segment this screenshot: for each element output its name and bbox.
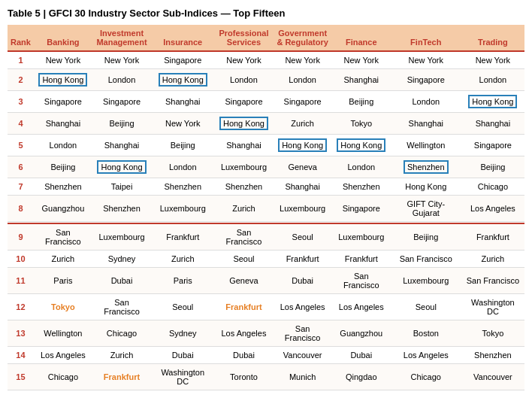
- cell-insurance: Singapore: [151, 51, 214, 69]
- highlighted-cell: Hong Kong: [38, 73, 87, 87]
- cell-banking: Singapore: [34, 91, 92, 113]
- cell-fintech: Seoul: [391, 293, 461, 320]
- cell-government: San Francisco: [274, 320, 332, 346]
- cell-investment: Zurich: [92, 346, 151, 363]
- orange-cell: Tokyo: [51, 302, 75, 311]
- cell-trading: Zurich: [461, 250, 524, 267]
- cell-trading: Frankfurt: [461, 223, 524, 251]
- cell-trading: Tokyo: [461, 320, 524, 346]
- cell-government: Munich: [274, 363, 332, 390]
- cell-trading: Singapore: [461, 135, 524, 156]
- cell-professional: Seoul: [214, 250, 273, 267]
- cell-finance: Shanghai: [332, 69, 391, 91]
- cell-rank: 13: [8, 320, 34, 346]
- cell-rank: 2: [8, 69, 34, 91]
- cell-insurance: Shenzhen: [151, 178, 214, 196]
- cell-government: Zurich: [274, 113, 332, 135]
- cell-fintech: Wellington: [391, 135, 461, 156]
- cell-finance: Luxembourg: [332, 223, 391, 251]
- cell-fintech: GIFT City-Gujarat: [391, 196, 461, 222]
- cell-banking: Chicago: [34, 363, 92, 390]
- table-body: 1New YorkNew YorkSingaporeNew YorkNew Yo…: [8, 51, 524, 390]
- cell-trading: San Francisco: [461, 267, 524, 293]
- cell-government: London: [274, 69, 332, 91]
- cell-trading: Shenzhen: [461, 346, 524, 363]
- highlighted-cell: Hong Kong: [278, 138, 327, 152]
- highlighted-cell: Hong Kong: [219, 117, 268, 130]
- cell-finance: Qingdao: [332, 363, 391, 390]
- cell-fintech: Boston: [391, 320, 461, 346]
- header-banking: Banking: [34, 25, 92, 51]
- cell-trading: Beijing: [461, 156, 524, 178]
- table-title: Table 5 | GFCI 30 Industry Sector Sub-In…: [8, 8, 524, 19]
- cell-professional: London: [214, 69, 273, 91]
- cell-rank: 3: [8, 91, 34, 113]
- cell-banking: San Francisco: [34, 223, 92, 251]
- cell-investment: Chicago: [92, 320, 151, 346]
- cell-professional: Shanghai: [214, 135, 273, 156]
- table-row: 7ShenzhenTaipeiShenzhenShenzhenShanghaiS…: [8, 178, 524, 196]
- cell-insurance: London: [151, 156, 214, 178]
- cell-finance: Tokyo: [332, 113, 391, 135]
- cell-banking: Tokyo: [34, 293, 92, 320]
- cell-investment: Luxembourg: [92, 223, 151, 251]
- cell-finance: Guangzhou: [332, 320, 391, 346]
- cell-banking: Wellington: [34, 320, 92, 346]
- header-government: Government& Regulatory: [274, 25, 332, 51]
- cell-government: Los Angeles: [274, 293, 332, 320]
- table-row: 11ParisDubaiParisGenevaDubaiSan Francisc…: [8, 267, 524, 293]
- highlighted-cell: Hong Kong: [337, 138, 385, 152]
- cell-professional: Dubai: [214, 346, 273, 363]
- cell-insurance: Seoul: [151, 293, 214, 320]
- cell-finance: London: [332, 156, 391, 178]
- cell-trading: Shanghai: [461, 113, 524, 135]
- cell-fintech: Shanghai: [391, 113, 461, 135]
- table-row: 3SingaporeSingaporeShanghaiSingaporeSing…: [8, 91, 524, 113]
- cell-rank: 15: [8, 363, 34, 390]
- table-row: 8GuangzhouShenzhenLuxembourgZurichLuxemb…: [8, 196, 524, 222]
- cell-rank: 8: [8, 196, 34, 222]
- cell-professional: Zurich: [214, 196, 273, 222]
- cell-rank: 1: [8, 51, 34, 69]
- cell-investment: London: [92, 69, 151, 91]
- cell-finance: Singapore: [332, 196, 391, 222]
- cell-investment: Shenzhen: [92, 196, 151, 222]
- cell-rank: 6: [8, 156, 34, 178]
- cell-finance: Beijing: [332, 91, 391, 113]
- cell-government: Luxembourg: [274, 196, 332, 222]
- table-row: 4ShanghaiBeijingNew YorkHong KongZurichT…: [8, 113, 524, 135]
- cell-government: Geneva: [274, 156, 332, 178]
- cell-investment: Frankfurt: [92, 363, 151, 390]
- cell-investment: Beijing: [92, 113, 151, 135]
- table-row: 2Hong KongLondonHong KongLondonLondonSha…: [8, 69, 524, 91]
- cell-fintech: San Francisco: [391, 250, 461, 267]
- cell-investment: Dubai: [92, 267, 151, 293]
- header-insurance: Insurance: [151, 25, 214, 51]
- table-row: 10ZurichSydneyZurichSeoulFrankfurtFrankf…: [8, 250, 524, 267]
- cell-insurance: Dubai: [151, 346, 214, 363]
- highlighted-cell: Shenzhen: [404, 160, 449, 174]
- cell-rank: 12: [8, 293, 34, 320]
- cell-insurance: Paris: [151, 267, 214, 293]
- cell-trading: New York: [461, 51, 524, 69]
- cell-trading: London: [461, 69, 524, 91]
- cell-fintech: Shenzhen: [391, 156, 461, 178]
- cell-professional: Geneva: [214, 267, 273, 293]
- cell-insurance: Frankfurt: [151, 223, 214, 251]
- cell-trading: Chicago: [461, 178, 524, 196]
- cell-rank: 4: [8, 113, 34, 135]
- cell-professional: Frankfurt: [214, 293, 273, 320]
- cell-professional: Luxembourg: [214, 156, 273, 178]
- cell-fintech: Los Angeles: [391, 346, 461, 363]
- table-row: 12TokyoSan FranciscoSeoulFrankfurtLos An…: [8, 293, 524, 320]
- cell-insurance: Sydney: [151, 320, 214, 346]
- cell-professional: Singapore: [214, 91, 273, 113]
- cell-fintech: Beijing: [391, 223, 461, 251]
- cell-investment: Sydney: [92, 250, 151, 267]
- table-row: 15ChicagoFrankfurtWashington DCTorontoMu…: [8, 363, 524, 390]
- cell-banking: Guangzhou: [34, 196, 92, 222]
- cell-finance: San Francisco: [332, 267, 391, 293]
- cell-banking: Paris: [34, 267, 92, 293]
- cell-finance: Frankfurt: [332, 250, 391, 267]
- orange-cell: Frankfurt: [225, 302, 261, 311]
